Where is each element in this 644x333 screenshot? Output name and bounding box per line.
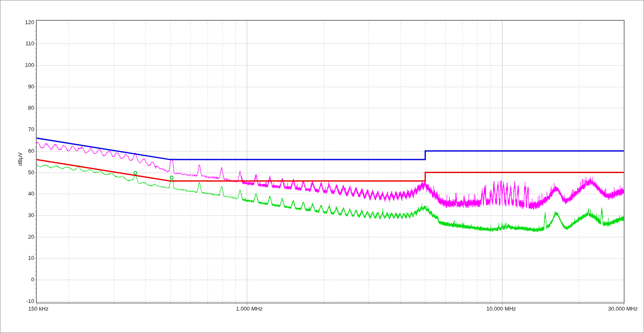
- y-tick-label: 30: [13, 212, 34, 218]
- chart-canvas: [0, 0, 644, 333]
- y-tick-label: 70: [13, 127, 34, 132]
- x-tick-label-30mhz: 30.000 MHz: [595, 306, 638, 312]
- y-tick-label: 40: [13, 191, 34, 197]
- y-tick-label: 10: [13, 255, 34, 261]
- y-tick-label: 120: [13, 19, 34, 25]
- x-tick-label-10mhz: 10.000 MHz: [480, 306, 522, 312]
- y-tick-label: -10: [13, 298, 34, 304]
- y-tick-label: 0: [13, 277, 34, 283]
- y-tick-label: 100: [13, 62, 34, 68]
- y-tick-label: 110: [13, 41, 34, 47]
- y-tick-label: 50: [13, 170, 34, 176]
- x-tick-label-1mhz: 1.000 MHz: [228, 306, 270, 312]
- y-tick-label: 80: [13, 105, 34, 111]
- y-tick-label: 90: [13, 84, 34, 90]
- y-tick-label: 60: [13, 148, 34, 154]
- y-tick-label: 20: [13, 234, 34, 240]
- x-tick-label-150khz: 150 kHz: [28, 306, 66, 312]
- emc-measurement-chart: dBµV 1201101009080706050403020100-10 150…: [0, 0, 644, 333]
